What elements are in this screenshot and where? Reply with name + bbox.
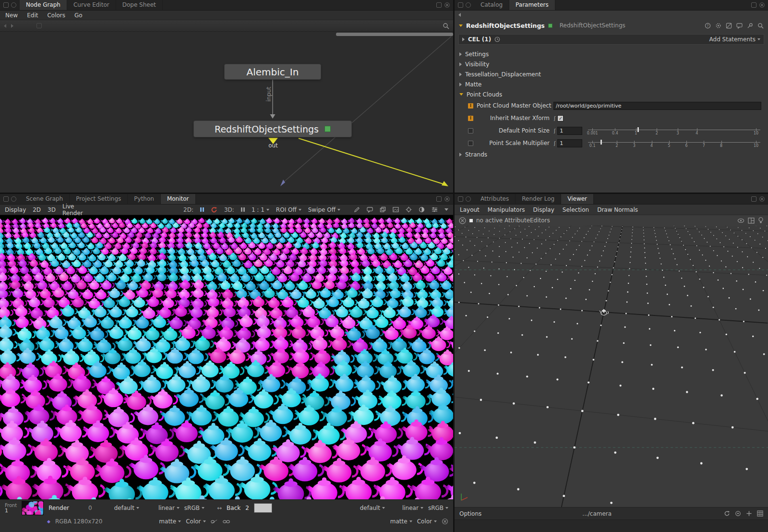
forward-icon[interactable] [11,24,13,28]
scale-multiplier-field[interactable] [557,139,582,147]
group-visibility[interactable]: Visibility [458,59,768,69]
grid-icon[interactable] [757,510,763,517]
settings-sliders-icon[interactable] [432,206,438,213]
cel-expand-icon[interactable] [462,37,465,41]
tab-dope-sheet[interactable]: Dope Sheet [116,0,163,10]
tab-python[interactable]: Python [128,194,161,204]
dismiss-icon[interactable] [459,217,466,224]
node-alembic-in[interactable]: Alembic_In [225,64,321,79]
help-icon[interactable]: ? [705,23,711,29]
menu-go[interactable]: Go [74,12,83,19]
menu-layout[interactable]: Layout [460,206,480,213]
shading-icon[interactable] [726,23,732,29]
pencil-icon[interactable] [354,206,360,213]
popout-icon[interactable] [751,196,756,202]
panel-square-icon[interactable] [458,196,463,202]
node-view-flag[interactable] [324,126,331,132]
menu-2d[interactable]: 2D [33,206,41,213]
popout-icon[interactable] [751,2,756,8]
group-matte[interactable]: Matte [458,79,768,89]
panel-menu-icon[interactable] [11,196,16,202]
right-default-dropdown[interactable]: default [360,505,385,511]
linear-dropdown[interactable]: linear [158,505,180,511]
right-matte-dropdown[interactable]: matte [390,518,412,525]
tab-parameters[interactable]: Parameters [509,0,555,10]
add-icon[interactable] [746,510,752,517]
back-buffer-label[interactable]: Back [227,505,240,511]
zoom-ratio-dropdown[interactable]: 1 : 1 [252,206,269,213]
node-graph-canvas[interactable]: Alembic_In RedshiftObjectSettings input … [0,32,453,193]
tab-viewer[interactable]: Viewer [561,194,594,204]
close-icon[interactable] [759,2,765,8]
right-srgb-dropdown[interactable]: sRGB [428,505,448,511]
pause-2d-icon[interactable] [200,207,204,212]
expression-icon[interactable]: ʃ [554,128,555,133]
default-dropdown[interactable]: default [114,505,139,511]
srgb-dropdown[interactable]: sRGB [184,505,204,511]
collapse-left-icon[interactable] [458,13,461,17]
inherit-xform-checkbox[interactable]: ✓ [557,115,564,121]
param-state-badge[interactable]: I [468,116,473,121]
menu-manipulators[interactable]: Manipulators [488,206,525,213]
right-linear-dropdown[interactable]: linear [402,505,423,511]
add-statements-dropdown[interactable]: Add Statements [709,36,760,43]
popout-icon[interactable] [436,196,442,202]
link-icon[interactable] [223,519,230,524]
pin-icon[interactable] [747,23,753,29]
close-icon[interactable] [444,2,450,8]
refresh-icon[interactable] [724,510,730,517]
panel-menu-icon[interactable] [11,2,16,8]
bulb-icon[interactable] [758,217,764,224]
cel-history-icon[interactable] [494,36,500,42]
gamma-icon[interactable] [419,206,425,213]
options-button[interactable]: Options [459,510,481,517]
panel-menu-icon[interactable] [466,196,471,202]
frame-field[interactable] [254,503,272,513]
color-channel-dropdown[interactable]: Color [186,518,205,525]
panel-menu-icon[interactable] [466,2,471,8]
expression-icon[interactable]: ʃ [554,116,555,121]
group-tessellation-displacement[interactable]: Tessellation_Displacement [458,69,768,79]
menu-selection[interactable]: Selection [563,206,589,213]
point-size-field[interactable] [557,127,582,135]
render-view[interactable] [0,215,453,499]
matte-dropdown[interactable]: matte [159,518,181,525]
search-icon[interactable] [443,23,449,29]
param-state-badge[interactable]: I [468,103,473,109]
tab-monitor[interactable]: Monitor [161,194,196,204]
refresh-2d-icon[interactable] [211,206,217,213]
search-icon[interactable] [757,23,764,29]
menu-new[interactable]: New [5,12,18,19]
node-redshift-object-settings[interactable]: RedshiftObjectSettings [194,121,351,137]
tab-attributes[interactable]: Attributes [474,194,516,204]
scale-multiplier-slider[interactable]: 0.1234567810 [587,138,761,148]
expression-icon[interactable]: ʃ [554,141,555,146]
close-icon[interactable] [444,196,450,202]
point-size-slider[interactable]: 0.0010.4123410 [587,125,761,136]
panel-square-icon[interactable] [3,196,9,202]
tab-node-graph[interactable]: Node Graph [20,0,67,10]
frame-icon[interactable] [36,23,42,28]
tab-render-log[interactable]: Render Log [516,194,561,204]
viewport-3d[interactable] [455,226,768,507]
cel-label[interactable]: CEL (1) [468,36,491,43]
param-state-badge[interactable] [468,128,473,133]
clear-icon[interactable] [442,518,448,525]
group-strands[interactable]: Strands [458,149,768,159]
crosshair-icon[interactable] [406,206,412,213]
camera-selector[interactable]: .../camera [582,510,612,517]
back-icon[interactable] [4,24,6,28]
close-icon[interactable] [759,196,765,202]
swipe-dropdown[interactable]: Swipe Off [308,206,340,213]
expand-node-icon[interactable] [459,24,463,27]
right-color-dropdown[interactable]: Color [417,518,437,525]
menu-edit[interactable]: Edit [27,12,38,19]
tab-curve-editor[interactable]: Curve Editor [67,0,116,10]
chevron-down-icon[interactable] [444,208,448,211]
group-settings[interactable]: Settings [458,49,768,59]
menu-3d[interactable]: 3D [48,206,56,213]
menu-display[interactable]: Display [5,206,26,213]
render-thumbnail[interactable] [22,501,44,515]
eye-icon[interactable] [737,218,744,224]
master-object-field[interactable] [553,102,761,110]
